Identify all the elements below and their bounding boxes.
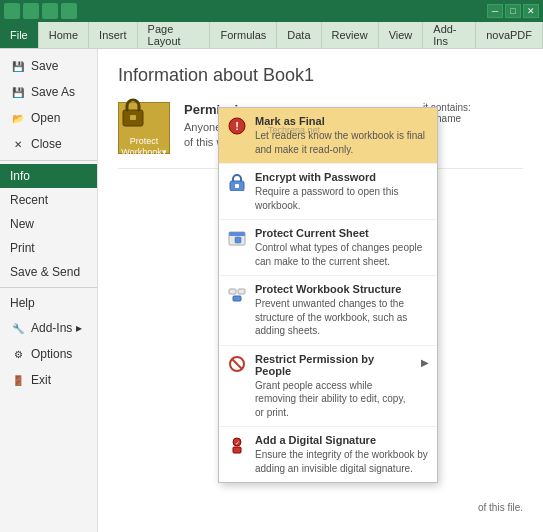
minimize-button[interactable]: ─ [487, 4, 503, 18]
save-icon: 💾 [10, 58, 26, 74]
ribbon: File Home Insert Page Layout Formulas Da… [0, 22, 543, 49]
exit-icon: 🚪 [10, 372, 26, 388]
tab-review[interactable]: Review [322, 22, 379, 48]
lock-icon: ProtectWorkbook▾ [119, 96, 168, 160]
toolbar-icons [4, 3, 77, 19]
tab-formulas[interactable]: Formulas [210, 22, 277, 48]
saveas-icon: 💾 [10, 84, 26, 100]
sidebar-item-new[interactable]: New [0, 212, 97, 236]
mark-final-icon: ! [227, 116, 247, 136]
title-bar: ─ □ ✕ [0, 0, 543, 22]
sidebar-item-addins[interactable]: 🔧 Add-Ins ▸ [0, 315, 97, 341]
restrict-icon [227, 354, 247, 374]
sidebar: 💾 Save 💾 Save As 📂 Open ✕ Close Info Rec… [0, 49, 98, 532]
sidebar-item-print[interactable]: Print [0, 236, 97, 260]
maximize-button[interactable]: □ [505, 4, 521, 18]
sidebar-item-savesend[interactable]: Save & Send [0, 260, 97, 284]
footer-note: of this file. [478, 502, 523, 513]
tab-view[interactable]: View [379, 22, 424, 48]
menu-item-protect-sheet[interactable]: Protect Current Sheet Control what types… [219, 220, 437, 276]
protect-structure-icon [227, 284, 247, 304]
protect-workbook-button[interactable]: ProtectWorkbook▾ [118, 102, 170, 154]
menu-item-mark-final[interactable]: ! Mark as Final Let readers know the wor… [219, 108, 437, 164]
svg-rect-1 [130, 115, 136, 120]
content-area: Information about Book1 ProtectWorkbook▾… [98, 49, 543, 532]
menu-item-restrict-permission[interactable]: Restrict Permission by People Grant peop… [219, 346, 437, 428]
encrypt-icon [227, 172, 247, 192]
menu-item-protect-structure[interactable]: Protect Workbook Structure Prevent unwan… [219, 276, 437, 346]
tab-insert[interactable]: Insert [89, 22, 138, 48]
close-sidebar-icon: ✕ [10, 136, 26, 152]
protect-sheet-icon [227, 228, 247, 248]
svg-rect-8 [235, 237, 241, 243]
tab-file[interactable]: File [0, 22, 39, 48]
menu-item-digital-signature[interactable]: ✓ Add a Digital Signature Ensure the int… [219, 427, 437, 482]
svg-rect-11 [233, 296, 241, 301]
sidebar-item-save[interactable]: 💾 Save [0, 53, 97, 79]
addins-icon: 🔧 [10, 320, 26, 336]
window-controls: ─ □ ✕ [487, 4, 539, 18]
svg-rect-9 [229, 289, 236, 294]
quick-access-icon4[interactable] [61, 3, 77, 19]
page-title: Information about Book1 [118, 65, 523, 86]
quick-access-icon[interactable] [4, 3, 20, 19]
sidebar-item-recent[interactable]: Recent [0, 188, 97, 212]
quick-access-icon3[interactable] [42, 3, 58, 19]
tab-home[interactable]: Home [39, 22, 89, 48]
svg-text:✓: ✓ [235, 440, 240, 446]
open-icon: 📂 [10, 110, 26, 126]
menu-item-encrypt[interactable]: Encrypt with Password Require a password… [219, 164, 437, 220]
sidebar-item-exit[interactable]: 🚪 Exit [0, 367, 97, 393]
properties-right: it contains: r's name [423, 102, 523, 124]
svg-line-13 [232, 359, 242, 369]
submenu-arrow-icon: ▶ [421, 357, 429, 368]
svg-text:!: ! [235, 120, 239, 132]
tab-novapdf[interactable]: novaPDF [476, 22, 543, 48]
sidebar-item-saveas[interactable]: 💾 Save As [0, 79, 97, 105]
svg-rect-15 [233, 447, 241, 453]
main-layout: 💾 Save 💾 Save As 📂 Open ✕ Close Info Rec… [0, 49, 543, 532]
options-icon: ⚙ [10, 346, 26, 362]
sidebar-divider-2 [0, 287, 97, 288]
sidebar-item-options[interactable]: ⚙ Options [0, 341, 97, 367]
digital-signature-icon: ✓ [227, 435, 247, 455]
tab-addins[interactable]: Add-Ins [423, 22, 476, 48]
sidebar-item-open[interactable]: 📂 Open [0, 105, 97, 131]
tab-data[interactable]: Data [277, 22, 321, 48]
sidebar-divider-1 [0, 160, 97, 161]
sidebar-item-help[interactable]: Help [0, 291, 97, 315]
svg-rect-7 [229, 232, 245, 236]
ribbon-tabs: File Home Insert Page Layout Formulas Da… [0, 22, 543, 48]
tab-page-layout[interactable]: Page Layout [138, 22, 211, 48]
sidebar-item-close[interactable]: ✕ Close [0, 131, 97, 157]
close-button[interactable]: ✕ [523, 4, 539, 18]
quick-access-icon2[interactable] [23, 3, 39, 19]
svg-rect-10 [238, 289, 245, 294]
sidebar-item-info[interactable]: Info [0, 164, 97, 188]
protect-dropdown-menu: ! Mark as Final Let readers know the wor… [218, 107, 438, 483]
svg-rect-5 [235, 184, 239, 188]
